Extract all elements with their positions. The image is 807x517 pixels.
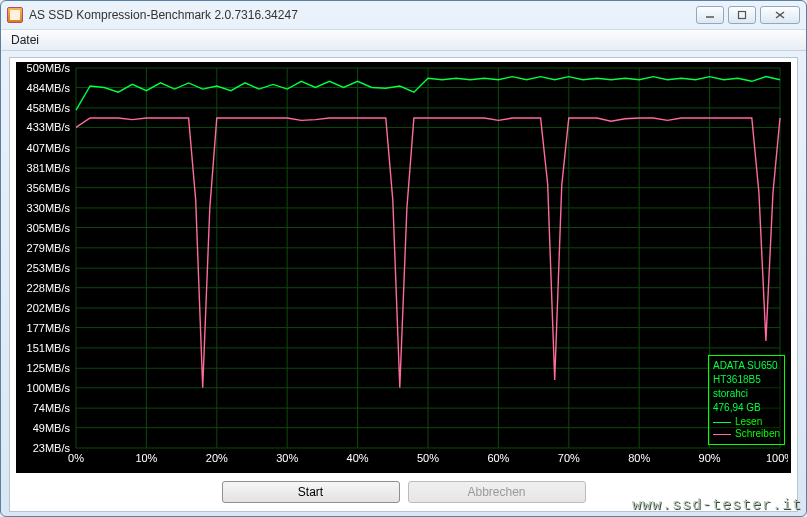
svg-text:74MB/s: 74MB/s (33, 402, 71, 414)
svg-text:509MB/s: 509MB/s (27, 62, 71, 74)
svg-text:151MB/s: 151MB/s (27, 342, 71, 354)
close-icon (774, 10, 786, 20)
svg-text:381MB/s: 381MB/s (27, 162, 71, 174)
content-panel: 509MB/s484MB/s458MB/s433MB/s407MB/s381MB… (9, 57, 798, 512)
svg-text:100%: 100% (766, 452, 788, 464)
svg-text:330MB/s: 330MB/s (27, 202, 71, 214)
svg-text:305MB/s: 305MB/s (27, 222, 71, 234)
app-icon (7, 7, 23, 23)
svg-text:40%: 40% (347, 452, 369, 464)
close-button[interactable] (760, 6, 800, 24)
svg-text:407MB/s: 407MB/s (27, 142, 71, 154)
titlebar: AS SSD Kompression-Benchmark 2.0.7316.34… (1, 1, 806, 29)
svg-text:70%: 70% (558, 452, 580, 464)
abort-button: Abbrechen (408, 481, 586, 503)
svg-text:228MB/s: 228MB/s (27, 282, 71, 294)
svg-text:279MB/s: 279MB/s (27, 242, 71, 254)
svg-text:100MB/s: 100MB/s (27, 382, 71, 394)
legend-write-swatch (713, 434, 731, 435)
svg-text:356MB/s: 356MB/s (27, 182, 71, 194)
legend-write-label: Schreiben (735, 428, 780, 440)
minimize-button[interactable] (696, 6, 724, 24)
svg-text:49MB/s: 49MB/s (33, 422, 71, 434)
svg-text:80%: 80% (628, 452, 650, 464)
menubar: Datei (1, 29, 806, 51)
button-row: Start Abbrechen (10, 475, 797, 511)
svg-text:50%: 50% (417, 452, 439, 464)
svg-text:484MB/s: 484MB/s (27, 82, 71, 94)
svg-text:202MB/s: 202MB/s (27, 302, 71, 314)
svg-rect-4 (16, 62, 788, 468)
legend-box: ADATA SU650 HT3618B5 storahci 476,94 GB … (708, 355, 785, 445)
maximize-icon (737, 10, 747, 20)
svg-text:10%: 10% (135, 452, 157, 464)
benchmark-chart: 509MB/s484MB/s458MB/s433MB/s407MB/s381MB… (16, 62, 788, 468)
start-button[interactable]: Start (222, 481, 400, 503)
legend-read: Lesen (713, 416, 780, 428)
minimize-icon (705, 10, 715, 20)
svg-text:177MB/s: 177MB/s (27, 322, 71, 334)
window-controls (696, 6, 800, 24)
svg-text:0%: 0% (68, 452, 84, 464)
legend-write: Schreiben (713, 428, 780, 440)
svg-rect-1 (739, 12, 746, 19)
device-firmware: HT3618B5 (713, 374, 780, 386)
window-title: AS SSD Kompression-Benchmark 2.0.7316.34… (29, 8, 696, 22)
svg-text:433MB/s: 433MB/s (27, 121, 71, 133)
svg-text:125MB/s: 125MB/s (27, 362, 71, 374)
svg-text:30%: 30% (276, 452, 298, 464)
legend-read-label: Lesen (735, 416, 762, 428)
device-model: ADATA SU650 (713, 360, 780, 372)
svg-text:23MB/s: 23MB/s (33, 442, 71, 454)
app-window: AS SSD Kompression-Benchmark 2.0.7316.34… (0, 0, 807, 517)
svg-text:60%: 60% (487, 452, 509, 464)
chart-area: 509MB/s484MB/s458MB/s433MB/s407MB/s381MB… (16, 62, 791, 473)
menu-file[interactable]: Datei (11, 33, 39, 47)
svg-text:90%: 90% (699, 452, 721, 464)
device-driver: storahci (713, 388, 780, 400)
maximize-button[interactable] (728, 6, 756, 24)
svg-text:458MB/s: 458MB/s (27, 102, 71, 114)
legend-read-swatch (713, 422, 731, 423)
svg-text:253MB/s: 253MB/s (27, 262, 71, 274)
svg-text:20%: 20% (206, 452, 228, 464)
device-capacity: 476,94 GB (713, 402, 780, 414)
